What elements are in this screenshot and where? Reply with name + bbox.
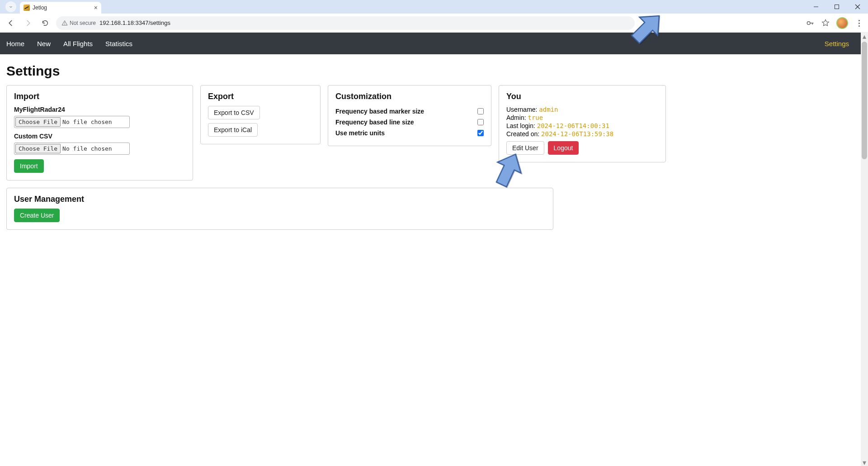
warning-icon (61, 20, 68, 26)
file-status-2: No file chosen (62, 145, 112, 152)
nav-statistics[interactable]: Statistics (105, 40, 132, 48)
kebab-icon (859, 20, 860, 27)
scrollbar-up-icon[interactable]: ▴ (861, 33, 868, 40)
arrow-right-icon (24, 19, 32, 27)
svg-point-5 (64, 24, 65, 24)
card-import: Import MyFlightRadar24 Choose File No fi… (6, 85, 193, 181)
vertical-scrollbar[interactable]: ▴ ▾ (861, 33, 868, 466)
opt-metric-label: Use metric units (335, 129, 385, 137)
profile-avatar[interactable] (836, 17, 848, 29)
browser-reload-button[interactable] (39, 17, 52, 29)
admin-label: Admin: (506, 114, 528, 121)
tab-close-button[interactable]: × (94, 5, 98, 11)
created-value: 2024-12-06T13:59:38 (541, 130, 613, 138)
lastlogin-value: 2024-12-06T14:00:31 (537, 122, 609, 129)
url-field[interactable]: Not secure 192.168.1.18:3347/settings (56, 16, 635, 30)
you-heading: You (506, 92, 658, 101)
password-key-icon[interactable] (806, 19, 815, 28)
opt-marker-checkbox[interactable] (477, 108, 484, 114)
nav-home[interactable]: Home (6, 40, 24, 48)
svg-point-6 (807, 22, 810, 25)
reload-icon (42, 19, 49, 27)
edit-user-button[interactable]: Edit User (506, 141, 544, 155)
opt-marker-label: Frequency based marker size (335, 108, 424, 115)
opt-line-checkbox[interactable] (477, 119, 484, 125)
browser-forward-button[interactable] (22, 17, 34, 29)
bookmark-star-button[interactable] (821, 19, 830, 28)
import-source-customcsv-label: Custom CSV (14, 133, 185, 140)
file-status-1: No file chosen (62, 119, 112, 125)
nav-all-flights[interactable]: All Flights (63, 40, 93, 48)
file-input-customcsv[interactable]: Choose File No file chosen (14, 143, 130, 155)
tab-search-button[interactable] (5, 1, 16, 12)
scrollbar-down-icon[interactable]: ▾ (861, 459, 868, 466)
usermgmt-heading: User Management (14, 195, 546, 204)
security-badge[interactable]: Not secure (61, 20, 96, 26)
page-viewport: Home New All Flights Statistics Settings… (0, 33, 868, 466)
browser-address-bar: Not secure 192.168.1.18:3347/settings (0, 14, 868, 33)
browser-tab-strip: Jetlog × (0, 0, 868, 14)
export-heading: Export (208, 92, 313, 101)
created-label: Created on: (506, 130, 541, 138)
username-label: Username: (506, 106, 539, 113)
arrow-left-icon (7, 19, 15, 27)
svg-rect-1 (835, 5, 839, 9)
window-maximize-button[interactable] (826, 0, 847, 14)
window-minimize-button[interactable] (806, 0, 826, 14)
lastlogin-label: Last login: (506, 122, 537, 129)
export-csv-button[interactable]: Export to CSV (208, 106, 260, 119)
browser-back-button[interactable] (5, 17, 17, 29)
app-nav: Home New All Flights Statistics Settings (0, 33, 868, 54)
choose-file-button-2[interactable]: Choose File (15, 144, 61, 153)
favicon-icon (24, 5, 30, 11)
import-button[interactable]: Import (14, 159, 44, 173)
chevron-down-icon (8, 4, 14, 10)
page-body: Settings Import MyFlightRadar24 Choose F… (0, 54, 868, 236)
username-value: admin (539, 106, 558, 113)
security-label: Not secure (70, 20, 96, 26)
nav-new[interactable]: New (37, 40, 51, 48)
card-you: You Username: admin Admin: true Last log… (499, 85, 666, 162)
nav-settings[interactable]: Settings (825, 40, 849, 48)
card-customization: Customization Frequency based marker siz… (328, 85, 491, 146)
import-source-myflightradar24-label: MyFlightRadar24 (14, 106, 185, 113)
page-title: Settings (6, 63, 862, 79)
card-export: Export Export to CSV Export to iCal (200, 85, 321, 144)
window-close-button[interactable] (847, 0, 868, 14)
url-text: 192.168.1.18:3347/settings (99, 19, 170, 26)
opt-line-label: Frequency based line size (335, 119, 414, 126)
import-heading: Import (14, 92, 185, 101)
card-user-management: User Management Create User (6, 188, 553, 230)
export-ical-button[interactable]: Export to iCal (208, 123, 258, 137)
customization-heading: Customization (335, 92, 484, 101)
tab-title: Jetlog (33, 5, 47, 11)
browser-menu-button[interactable] (854, 19, 863, 28)
opt-metric-checkbox[interactable] (477, 130, 484, 136)
file-input-myflightradar24[interactable]: Choose File No file chosen (14, 116, 130, 128)
window-controls (806, 0, 868, 14)
choose-file-button-1[interactable]: Choose File (15, 117, 61, 127)
admin-value: true (528, 114, 543, 121)
browser-tab[interactable]: Jetlog × (20, 2, 101, 14)
create-user-button[interactable]: Create User (14, 209, 60, 222)
logout-button[interactable]: Logout (548, 141, 579, 155)
